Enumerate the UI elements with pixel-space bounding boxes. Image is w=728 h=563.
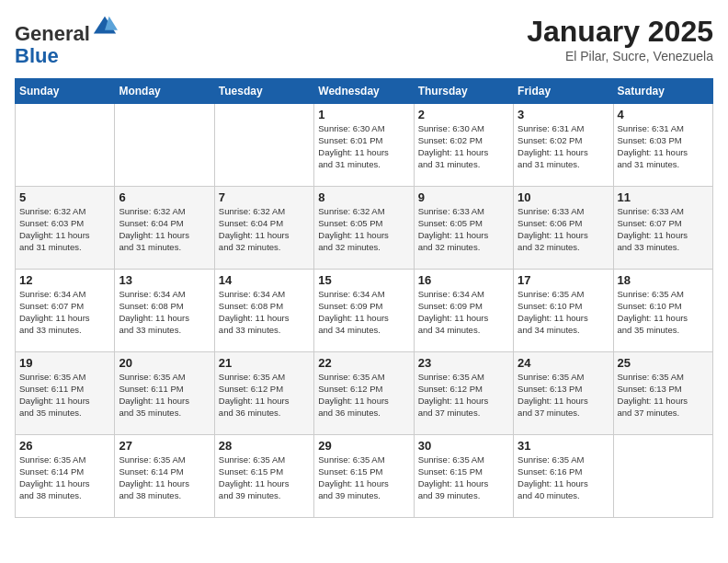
calendar-cell: 24Sunrise: 6:35 AM Sunset: 6:13 PM Dayli…: [514, 352, 613, 435]
day-info: Sunrise: 6:33 AM Sunset: 6:07 PM Dayligh…: [618, 206, 709, 253]
day-info: Sunrise: 6:34 AM Sunset: 6:08 PM Dayligh…: [219, 289, 310, 336]
day-info: Sunrise: 6:35 AM Sunset: 6:15 PM Dayligh…: [318, 454, 409, 501]
day-number: 3: [518, 108, 609, 121]
day-info: Sunrise: 6:35 AM Sunset: 6:14 PM Dayligh…: [19, 454, 110, 501]
day-number: 29: [318, 439, 409, 453]
day-info: Sunrise: 6:30 AM Sunset: 6:02 PM Dayligh…: [418, 123, 509, 170]
day-info: Sunrise: 6:32 AM Sunset: 6:04 PM Dayligh…: [119, 206, 210, 253]
day-number: 17: [518, 273, 609, 287]
calendar-cell: 16Sunrise: 6:34 AM Sunset: 6:09 PM Dayli…: [414, 270, 513, 352]
calendar-cell: 23Sunrise: 6:35 AM Sunset: 6:12 PM Dayli…: [414, 352, 513, 435]
day-number: 16: [418, 273, 509, 287]
day-info: Sunrise: 6:35 AM Sunset: 6:12 PM Dayligh…: [318, 372, 409, 419]
calendar-cell: 13Sunrise: 6:34 AM Sunset: 6:08 PM Dayli…: [115, 270, 214, 352]
day-number: 6: [119, 190, 210, 204]
calendar-cell: 17Sunrise: 6:35 AM Sunset: 6:10 PM Dayli…: [514, 270, 613, 352]
day-info: Sunrise: 6:30 AM Sunset: 6:01 PM Dayligh…: [318, 123, 409, 170]
day-number: 24: [518, 356, 609, 370]
calendar-cell: 6Sunrise: 6:32 AM Sunset: 6:04 PM Daylig…: [115, 187, 214, 270]
calendar-cell: 19Sunrise: 6:35 AM Sunset: 6:11 PM Dayli…: [16, 352, 115, 435]
day-info: Sunrise: 6:35 AM Sunset: 6:14 PM Dayligh…: [119, 454, 210, 501]
calendar-cell: 7Sunrise: 6:32 AM Sunset: 6:04 PM Daylig…: [214, 187, 313, 270]
calendar-cell: 21Sunrise: 6:35 AM Sunset: 6:12 PM Dayli…: [214, 352, 313, 435]
calendar-cell: 18Sunrise: 6:35 AM Sunset: 6:10 PM Dayli…: [613, 270, 712, 352]
week-row-5: 26Sunrise: 6:35 AM Sunset: 6:14 PM Dayli…: [16, 435, 713, 518]
day-info: Sunrise: 6:33 AM Sunset: 6:06 PM Dayligh…: [518, 206, 609, 253]
calendar-cell: [613, 435, 712, 518]
week-row-4: 19Sunrise: 6:35 AM Sunset: 6:11 PM Dayli…: [16, 352, 713, 435]
calendar-cell: 8Sunrise: 6:32 AM Sunset: 6:05 PM Daylig…: [314, 187, 414, 270]
day-number: 4: [618, 108, 709, 121]
calendar-cell: 10Sunrise: 6:33 AM Sunset: 6:06 PM Dayli…: [514, 187, 613, 270]
calendar-cell: [115, 104, 214, 187]
day-number: 19: [19, 356, 110, 370]
location: El Pilar, Sucre, Venezuela: [527, 49, 713, 63]
day-number: 10: [518, 190, 609, 204]
day-info: Sunrise: 6:35 AM Sunset: 6:10 PM Dayligh…: [518, 289, 609, 336]
calendar-cell: 12Sunrise: 6:34 AM Sunset: 6:07 PM Dayli…: [16, 270, 115, 352]
week-row-2: 5Sunrise: 6:32 AM Sunset: 6:03 PM Daylig…: [16, 187, 713, 270]
calendar-cell: 2Sunrise: 6:30 AM Sunset: 6:02 PM Daylig…: [414, 104, 513, 187]
day-info: Sunrise: 6:34 AM Sunset: 6:09 PM Dayligh…: [318, 289, 409, 336]
day-info: Sunrise: 6:33 AM Sunset: 6:05 PM Dayligh…: [418, 206, 509, 253]
logo-general-text: General: [15, 22, 90, 45]
day-number: 12: [19, 273, 110, 287]
day-number: 18: [618, 273, 709, 287]
day-info: Sunrise: 6:34 AM Sunset: 6:07 PM Dayligh…: [19, 289, 110, 336]
day-info: Sunrise: 6:31 AM Sunset: 6:02 PM Dayligh…: [518, 123, 609, 170]
day-info: Sunrise: 6:35 AM Sunset: 6:12 PM Dayligh…: [219, 372, 310, 419]
calendar-cell: 20Sunrise: 6:35 AM Sunset: 6:11 PM Dayli…: [115, 352, 214, 435]
calendar-cell: 15Sunrise: 6:34 AM Sunset: 6:09 PM Dayli…: [314, 270, 414, 352]
calendar-cell: [16, 104, 115, 187]
logo-blue-text: Blue: [15, 44, 59, 67]
day-number: 20: [119, 356, 210, 370]
day-number: 28: [219, 439, 310, 453]
week-row-3: 12Sunrise: 6:34 AM Sunset: 6:07 PM Dayli…: [16, 270, 713, 352]
day-info: Sunrise: 6:35 AM Sunset: 6:11 PM Dayligh…: [19, 372, 110, 419]
calendar-cell: 11Sunrise: 6:33 AM Sunset: 6:07 PM Dayli…: [613, 187, 712, 270]
day-number: 15: [318, 273, 409, 287]
day-info: Sunrise: 6:35 AM Sunset: 6:15 PM Dayligh…: [418, 454, 509, 501]
calendar-cell: 27Sunrise: 6:35 AM Sunset: 6:14 PM Dayli…: [115, 435, 214, 518]
col-header-friday: Friday: [514, 79, 613, 104]
calendar-header-row: SundayMondayTuesdayWednesdayThursdayFrid…: [16, 79, 713, 104]
calendar-cell: 3Sunrise: 6:31 AM Sunset: 6:02 PM Daylig…: [514, 104, 613, 187]
col-header-sunday: Sunday: [16, 79, 115, 104]
col-header-thursday: Thursday: [414, 79, 513, 104]
day-number: 21: [219, 356, 310, 370]
day-number: 5: [19, 190, 110, 204]
day-number: 27: [119, 439, 210, 453]
day-number: 30: [418, 439, 509, 453]
logo: General Blue: [15, 15, 118, 67]
day-number: 7: [219, 190, 310, 204]
day-info: Sunrise: 6:35 AM Sunset: 6:10 PM Dayligh…: [618, 289, 709, 336]
day-number: 13: [119, 273, 210, 287]
day-info: Sunrise: 6:35 AM Sunset: 6:13 PM Dayligh…: [518, 372, 609, 419]
day-info: Sunrise: 6:35 AM Sunset: 6:16 PM Dayligh…: [518, 454, 609, 501]
calendar-cell: [214, 104, 313, 187]
day-info: Sunrise: 6:35 AM Sunset: 6:12 PM Dayligh…: [418, 372, 509, 419]
calendar-cell: 28Sunrise: 6:35 AM Sunset: 6:15 PM Dayli…: [214, 435, 313, 518]
day-info: Sunrise: 6:35 AM Sunset: 6:11 PM Dayligh…: [119, 372, 210, 419]
calendar-cell: 14Sunrise: 6:34 AM Sunset: 6:08 PM Dayli…: [214, 270, 313, 352]
day-info: Sunrise: 6:35 AM Sunset: 6:13 PM Dayligh…: [618, 372, 709, 419]
day-number: 31: [518, 439, 609, 453]
calendar-cell: 4Sunrise: 6:31 AM Sunset: 6:03 PM Daylig…: [613, 104, 712, 187]
col-header-tuesday: Tuesday: [214, 79, 313, 104]
day-number: 22: [318, 356, 409, 370]
logo-icon: [92, 15, 118, 40]
col-header-saturday: Saturday: [613, 79, 712, 104]
day-number: 25: [618, 356, 709, 370]
day-info: Sunrise: 6:32 AM Sunset: 6:05 PM Dayligh…: [318, 206, 409, 253]
calendar-cell: 31Sunrise: 6:35 AM Sunset: 6:16 PM Dayli…: [514, 435, 613, 518]
calendar-cell: 9Sunrise: 6:33 AM Sunset: 6:05 PM Daylig…: [414, 187, 513, 270]
col-header-monday: Monday: [115, 79, 214, 104]
col-header-wednesday: Wednesday: [314, 79, 414, 104]
day-info: Sunrise: 6:34 AM Sunset: 6:08 PM Dayligh…: [119, 289, 210, 336]
month-title: January 2025: [527, 15, 713, 49]
week-row-1: 1Sunrise: 6:30 AM Sunset: 6:01 PM Daylig…: [16, 104, 713, 187]
day-info: Sunrise: 6:31 AM Sunset: 6:03 PM Dayligh…: [618, 123, 709, 170]
calendar-cell: 25Sunrise: 6:35 AM Sunset: 6:13 PM Dayli…: [613, 352, 712, 435]
day-number: 23: [418, 356, 509, 370]
title-area: January 2025 El Pilar, Sucre, Venezuela: [527, 15, 713, 63]
